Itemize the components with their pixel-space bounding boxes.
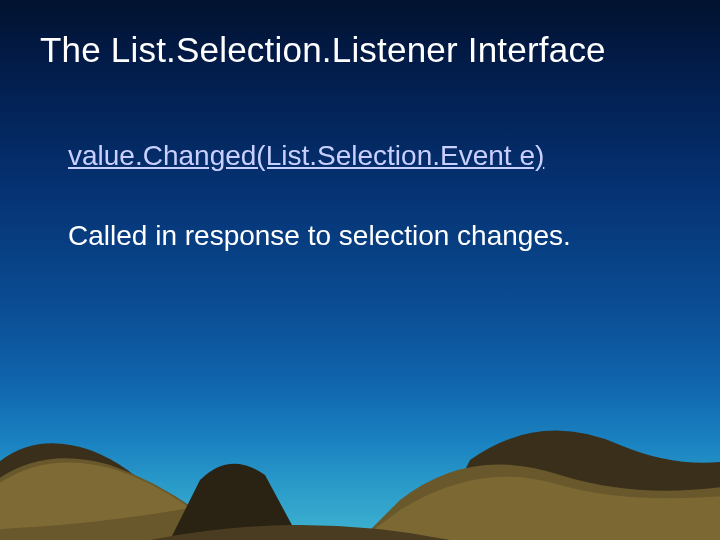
description-text: Called in response to selection changes. xyxy=(68,220,680,252)
method-link[interactable]: value.Changed(List.Selection.Event e) xyxy=(68,140,544,172)
slide-body: value.Changed(List.Selection.Event e) Ca… xyxy=(68,140,680,252)
slide: The List.Selection.Listener Interface va… xyxy=(0,0,720,540)
slide-title: The List.Selection.Listener Interface xyxy=(40,30,700,70)
mountain-decoration xyxy=(0,390,720,540)
